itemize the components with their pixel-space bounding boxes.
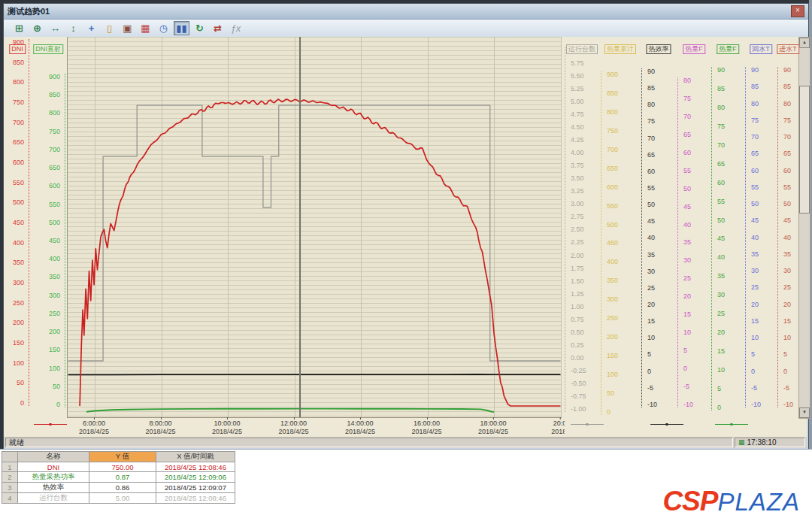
- zoom-in-button[interactable]: ⊕: [29, 21, 45, 35]
- status-time-panel: ▦ 17:38:10: [735, 438, 805, 447]
- axis-label-heat-f-2: 热量F: [717, 44, 739, 54]
- row-name: 热效率: [18, 483, 89, 493]
- table-header-row: 名称 Y 值 X 值/时间戳: [2, 452, 235, 462]
- axis-ticks-heat-f-1: 80757065605550454035302520151050-5-10: [677, 77, 710, 407]
- x-tick-label: 10:00:002018/4/25: [212, 417, 242, 436]
- zoom-vertical-button[interactable]: ↕: [65, 21, 81, 35]
- axis-ticks-return-temp: 908580757065605550454035302520151050-5-1…: [745, 67, 777, 407]
- plot-canvas[interactable]: [67, 37, 562, 418]
- y-value-header[interactable]: Y 值: [89, 452, 156, 462]
- function-button[interactable]: ƒx: [228, 21, 244, 35]
- axis-label-efficiency: 热效率: [647, 44, 671, 54]
- row-y-value: 0.86: [89, 483, 156, 493]
- chart-area: 6:00:002018/4/258:00:002018/4/2510:00:00…: [4, 37, 807, 437]
- series-DNI: [80, 99, 560, 406]
- axis-ticks-efficiency: 908580757065605550454035302520151050-5-1…: [641, 68, 676, 407]
- axis-label-dni-direct: DNI直射: [33, 44, 63, 54]
- x-value-header[interactable]: X 值/时间戳: [156, 452, 235, 462]
- cursor-crosshair[interactable]: [299, 37, 301, 417]
- toolbar: ⊞⊕↔↕+▯▣▦◷▮▮↻⇄ƒx: [4, 20, 808, 38]
- scroll-down-icon[interactable]: ▼: [799, 407, 810, 418]
- series-热量采热功率: [86, 409, 494, 412]
- axis-ticks-dni: 9008508007507006506005505004504003503002…: [5, 39, 29, 406]
- row-y-value: 5.00: [89, 493, 156, 504]
- window-title: 测试趋势01: [8, 6, 50, 17]
- row-number: 1: [2, 462, 18, 472]
- close-icon[interactable]: ×: [791, 5, 804, 17]
- x-tick-label: 8:00:002018/4/25: [145, 417, 175, 436]
- heat-power-legend: [715, 423, 748, 426]
- y-axis-scale-button[interactable]: ▯: [102, 21, 117, 35]
- axis-heat-f-1: 热量F80757065605550454035302520151050-5-10: [677, 37, 710, 417]
- axis-dni: DNI9008508007507006506005505004504003503…: [5, 37, 29, 417]
- axis-ticks-dni-direct: 9008508007507006506005505004504003503002…: [31, 74, 65, 407]
- axis-label-run-count: 运行台数: [566, 44, 598, 54]
- axes-scrollbar[interactable]: ▲ ▼: [798, 37, 810, 419]
- axis-run-count: 运行台数6.005.755.505.255.004.754.504.254.00…: [565, 37, 599, 417]
- row-x-value: 2018/4/25 12:09:06: [156, 472, 235, 483]
- dni-legend: [34, 423, 67, 426]
- titlebar: 测试趋势01 ×: [4, 4, 808, 20]
- row-number: 4: [2, 493, 18, 504]
- pause-button[interactable]: ▮▮: [174, 21, 189, 35]
- axis-label-heat-f-1: 热量F: [683, 44, 705, 54]
- table-row[interactable]: 2热量采热功率0.872018/4/25 12:09:06: [2, 472, 235, 483]
- csp-plaza-logo: CSPPLAZA: [662, 486, 800, 517]
- status-bar: 就绪 ▦ 17:38:10: [4, 437, 807, 448]
- status-ready: 就绪: [5, 438, 733, 447]
- run-count-legend: [571, 423, 604, 426]
- logo-plaza-text: PLAZA: [717, 488, 800, 516]
- row-name: 热量采热功率: [18, 472, 89, 483]
- x-tick-label: 14:00:002018/4/25: [345, 417, 375, 436]
- table-row[interactable]: 3热效率0.862018/4/25 12:09:07: [2, 483, 235, 493]
- row-x-value: 2018/4/25 12:09:07: [156, 483, 235, 493]
- axis-dni-direct: DNI直射90085080075070065060055050045040035…: [31, 37, 65, 417]
- refresh-data-button[interactable]: ↻: [192, 21, 208, 35]
- bottom-panel: 名称 Y 值 X 值/时间戳 1DNI750.002018/4/25 12:08…: [0, 449, 812, 524]
- axis-heat-total: 热量累计900850800750700650600550500450400350…: [601, 37, 640, 417]
- trend-curves: [68, 37, 562, 417]
- axis-inlet-temp: 进水T908580757065605550454035302520151050-…: [777, 37, 798, 417]
- axis-ticks-heat-total: 9008508007507006506005505004504003503002…: [601, 71, 640, 415]
- scrollbar-thumb[interactable]: [799, 86, 810, 214]
- x-tick-label: 12:00:002018/4/25: [278, 417, 308, 436]
- x-tick-label: 20:02018/: [551, 417, 565, 436]
- corner-header: [2, 452, 18, 462]
- axis-label-dni: DNI: [9, 44, 26, 54]
- row-number: 3: [2, 483, 18, 493]
- axis-ticks-run-count: 6.005.755.505.255.004.754.504.254.003.75…: [565, 47, 599, 412]
- grid-settings-button[interactable]: ▦: [138, 21, 153, 35]
- status-clock: 17:38:10: [747, 438, 777, 447]
- efficiency-legend: [650, 423, 683, 426]
- x-axis-labels: 6:00:002018/4/258:00:002018/4/2510:00:00…: [67, 417, 565, 437]
- axis-label-heat-total: 热量累计: [604, 44, 636, 54]
- scroll-up-icon[interactable]: ▲: [799, 38, 810, 48]
- cursor-brackets-button[interactable]: ⇄: [210, 21, 226, 35]
- x-tick-label: 16:00:002018/4/25: [411, 417, 441, 436]
- table-row[interactable]: 4运行台数5.002018/4/25 12:08:46: [2, 493, 235, 504]
- axis-efficiency: 热效率908580757065605550454035302520151050-…: [641, 37, 676, 417]
- row-y-value: 750.00: [89, 462, 156, 472]
- axis-label-return-temp: 回水T: [750, 44, 772, 54]
- logo-csp-text: CSP: [662, 486, 717, 516]
- x-tick-label: 6:00:002018/4/25: [79, 417, 109, 436]
- x-tick-label: 18:00:002018/4/25: [478, 417, 508, 436]
- zoom-horizontal-button[interactable]: ↔: [47, 21, 63, 35]
- axis-heat-f-2: 热量F908580757065605550454035302520151050: [711, 37, 744, 417]
- name-header[interactable]: 名称: [18, 452, 89, 462]
- restore-window-button[interactable]: ▣: [120, 21, 135, 35]
- cursor-values-table: 名称 Y 值 X 值/时间戳 1DNI750.002018/4/25 12:08…: [2, 451, 235, 504]
- axis-return-temp: 回水T908580757065605550454035302520151050-…: [745, 37, 777, 417]
- row-name: DNI: [18, 462, 89, 472]
- row-x-value: 2018/4/25 12:08:46: [156, 462, 235, 472]
- connection-icon: ▦: [738, 439, 745, 446]
- axis-ticks-inlet-temp: 908580757065605550454035302520151050-5-1…: [777, 67, 798, 407]
- pan-button[interactable]: +: [83, 21, 99, 35]
- zoom-region-button[interactable]: ⊞: [11, 21, 27, 35]
- row-y-value: 0.87: [89, 472, 156, 483]
- row-x-value: 2018/4/25 12:08:46: [156, 493, 235, 504]
- series-运行台数: [68, 105, 561, 361]
- time-range-button[interactable]: ◷: [156, 21, 171, 35]
- screen: 测试趋势01 × ⊞⊕↔↕+▯▣▦◷▮▮↻⇄ƒx 6:00:002018/4/2…: [0, 0, 812, 524]
- table-row[interactable]: 1DNI750.002018/4/25 12:08:46: [2, 462, 235, 472]
